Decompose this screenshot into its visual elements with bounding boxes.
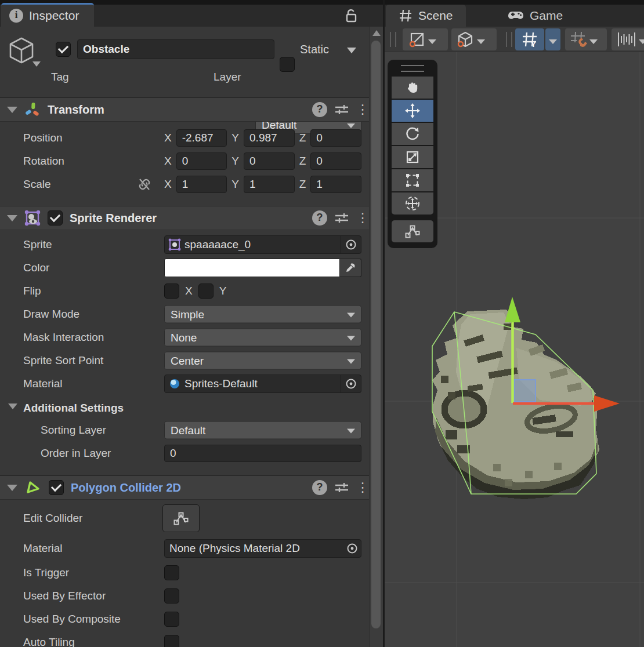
sr-material-object-field[interactable]: Sprites-Default [164,375,361,393]
order-in-layer-field[interactable]: 0 [164,445,361,462]
flip-label: Flip [23,285,41,297]
rotation-label: Rotation [23,155,64,168]
tab-inspector[interactable]: Inspector [1,3,94,27]
gameobject-name-field[interactable]: Obstacle [77,39,274,59]
additional-settings-row[interactable]: Additional Settings [0,397,369,420]
gameobject-icon-dropdown-arrow[interactable] [32,61,41,67]
handle-position-dropdown-arrow[interactable] [428,39,436,44]
grid-visibility-dropdown[interactable] [545,28,560,50]
inspector-scrollbar[interactable] [369,27,383,647]
sprite-renderer-enabled-checkbox[interactable] [48,210,63,226]
gameobject-cube-icon[interactable] [7,36,36,66]
sprite-renderer-foldout-arrow[interactable] [7,215,17,221]
used-by-composite-row: Used By Composite [0,608,369,631]
grid-size-dropdown-arrow[interactable] [639,39,644,44]
lock-icon[interactable] [345,9,357,23]
scale-y-field[interactable]: 1 [244,176,295,193]
rotation-x-field[interactable]: 0 [176,152,227,170]
sorting-layer-dropdown[interactable]: Default [164,421,361,439]
game-tab-label: Game [530,9,563,23]
transform-kebab-icon[interactable] [356,103,360,117]
snap-increment-dropdown-arrow[interactable] [589,39,598,44]
polygon-collider-kebab-icon[interactable] [356,481,360,495]
position-x-field[interactable]: -2.687 [176,129,227,147]
flip-y-checkbox[interactable] [198,283,214,299]
axis-x-label: X [164,178,172,191]
flip-x-checkbox[interactable] [164,283,179,299]
toolbar-drag-handle[interactable] [506,32,512,47]
sprite-sort-point-dropdown[interactable]: Center [164,352,361,370]
polygon-collider-header[interactable]: Polygon Collider 2D [0,475,369,500]
sprite-renderer-header[interactable]: Sprite Renderer [0,206,369,230]
axis-x-label: X [164,155,172,168]
sprite-renderer-presets-icon[interactable] [334,211,349,225]
polygon-collider-foldout-arrow[interactable] [7,485,17,491]
scene-viewport[interactable] [385,52,644,647]
static-checkbox[interactable] [280,57,295,72]
used-by-effector-checkbox[interactable] [164,588,179,604]
sprite-renderer-icon [24,210,41,226]
color-swatch[interactable] [164,259,340,277]
pc-material-picker-icon[interactable] [343,540,361,557]
draw-mode-row: Draw Mode Simple [0,303,369,326]
axis-y-label: Y [231,178,239,191]
tag-label: Tag [51,71,69,83]
transform-header[interactable]: Transform [0,97,369,122]
scene-tab-label: Scene [418,9,453,23]
transform-foldout-arrow[interactable] [7,107,17,113]
position-y-field[interactable]: 0.987 [244,129,295,147]
draw-mode-dropdown[interactable]: Simple [164,306,361,324]
snap-increment-button[interactable] [565,28,607,50]
view-hand-tool-button[interactable] [392,77,433,99]
mask-interaction-dropdown[interactable]: None [164,329,361,347]
polygon-collider-help-icon[interactable] [312,480,327,495]
position-z-field[interactable]: 0 [310,129,361,147]
is-trigger-label: Is Trigger [23,566,69,579]
scale-tool-button[interactable] [392,146,433,168]
tab-game[interactable]: Game [495,5,576,27]
grid-size-button[interactable] [612,28,644,50]
pc-material-object-field[interactable]: None (Physics Material 2D [164,539,361,558]
sprite-object-field[interactable]: spaaaaace_0 [164,235,361,254]
transform-help-icon[interactable] [312,102,327,117]
edit-collider-button[interactable] [162,504,200,532]
is-trigger-checkbox[interactable] [164,565,179,580]
scale-z-field[interactable]: 1 [310,176,361,193]
grid-visibility-button[interactable]: Y [515,28,544,50]
rotation-z-field[interactable]: 0 [310,152,361,170]
polygon-collider-enabled-checkbox[interactable] [49,480,64,495]
rotate-tool-button[interactable] [392,123,433,145]
gameobject-enabled-checkbox[interactable] [56,42,71,57]
used-by-composite-checkbox[interactable] [164,612,179,627]
axis-y-label: Y [231,155,239,168]
is-trigger-row: Is Trigger [0,561,369,584]
static-flags-dropdown-arrow[interactable] [347,48,356,53]
additional-settings-foldout-arrow[interactable] [8,404,17,409]
sprite-renderer-kebab-icon[interactable] [356,211,360,225]
scrollbar-thumb[interactable] [371,41,381,628]
sprite-renderer-help-icon[interactable] [312,210,327,226]
handle-position-button[interactable] [403,28,448,50]
transform-presets-icon[interactable] [334,103,349,117]
scrollbar-up-arrow-icon[interactable] [372,30,381,36]
sprite-object-picker-icon[interactable] [341,236,361,253]
edit-collider-row: Edit Collider [0,501,369,536]
pivot-rect-handle[interactable] [514,380,536,402]
eyedropper-icon[interactable] [340,259,361,277]
scale-x-field[interactable]: 1 [176,176,227,193]
auto-tiling-checkbox[interactable] [164,635,179,647]
palette-drag-handle[interactable] [401,65,424,72]
tool-palette-overlay[interactable] [388,60,437,248]
polygon-collider-presets-icon[interactable] [334,481,349,495]
transform-tool-button[interactable] [392,192,433,215]
rect-tool-button[interactable] [392,169,433,191]
rotation-y-field[interactable]: 0 [244,152,295,170]
handle-rotation-button[interactable] [451,28,497,50]
toolbar-drag-handle[interactable] [390,32,396,47]
move-tool-button[interactable] [392,100,433,122]
scale-unlink-icon[interactable] [138,178,151,191]
handle-rotation-dropdown-arrow[interactable] [477,39,485,44]
tab-scene[interactable]: Scene [386,5,466,27]
edit-collider-tool-button[interactable] [392,220,433,242]
sr-material-picker-icon[interactable] [341,375,361,392]
